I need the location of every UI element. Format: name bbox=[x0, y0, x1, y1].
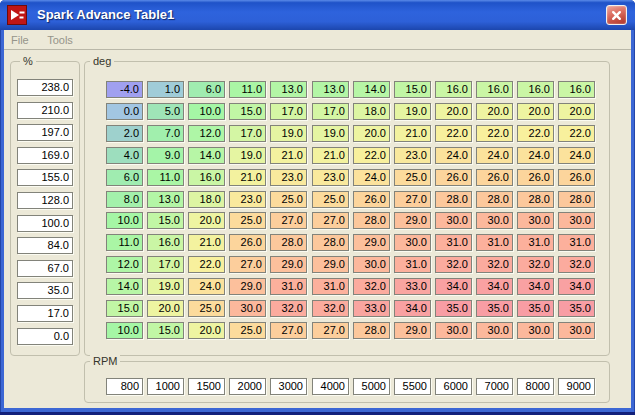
grid-cell[interactable]: 15.0 bbox=[229, 103, 266, 120]
load-field[interactable]: 128.0 bbox=[17, 192, 73, 209]
rpm-field[interactable]: 1500 bbox=[188, 378, 225, 395]
grid-cell[interactable]: 30.0 bbox=[517, 322, 554, 339]
grid-cell[interactable]: 26.0 bbox=[353, 191, 390, 208]
grid-cell[interactable]: 21.0 bbox=[188, 234, 225, 251]
rpm-field[interactable]: 5000 bbox=[353, 378, 390, 395]
grid-cell[interactable]: 28.0 bbox=[435, 191, 472, 208]
grid-cell[interactable]: 33.0 bbox=[353, 300, 390, 317]
grid-cell[interactable]: 31.0 bbox=[394, 256, 431, 273]
grid-cell[interactable]: 26.0 bbox=[435, 169, 472, 186]
grid-cell[interactable]: 30.0 bbox=[229, 300, 266, 317]
grid-cell[interactable]: 31.0 bbox=[312, 278, 349, 295]
grid-cell[interactable]: 19.0 bbox=[312, 125, 349, 142]
grid-cell[interactable]: -4.0 bbox=[106, 81, 143, 98]
grid-cell[interactable]: 17.0 bbox=[147, 256, 184, 273]
grid-cell[interactable]: 35.0 bbox=[517, 300, 554, 317]
grid-cell[interactable]: 16.0 bbox=[147, 234, 184, 251]
grid-cell[interactable]: 20.0 bbox=[147, 300, 184, 317]
rpm-field[interactable]: 7000 bbox=[476, 378, 513, 395]
grid-cell[interactable]: 16.0 bbox=[476, 81, 513, 98]
load-field[interactable]: 35.0 bbox=[17, 282, 73, 299]
grid-cell[interactable]: 1.0 bbox=[147, 81, 184, 98]
grid-cell[interactable]: 18.0 bbox=[353, 103, 390, 120]
grid-cell[interactable]: 34.0 bbox=[558, 278, 595, 295]
load-field[interactable]: 17.0 bbox=[17, 305, 73, 322]
grid-cell[interactable]: 14.0 bbox=[353, 81, 390, 98]
grid-cell[interactable]: 30.0 bbox=[353, 256, 390, 273]
grid-cell[interactable]: 8.0 bbox=[106, 191, 143, 208]
grid-cell[interactable]: 29.0 bbox=[353, 234, 390, 251]
grid-cell[interactable]: 27.0 bbox=[270, 212, 307, 229]
grid-cell[interactable]: 28.0 bbox=[312, 234, 349, 251]
grid-cell[interactable]: 32.0 bbox=[476, 256, 513, 273]
grid-cell[interactable]: 34.0 bbox=[517, 278, 554, 295]
grid-cell[interactable]: 30.0 bbox=[435, 322, 472, 339]
grid-cell[interactable]: 29.0 bbox=[312, 256, 349, 273]
grid-cell[interactable]: 19.0 bbox=[270, 125, 307, 142]
grid-cell[interactable]: 7.0 bbox=[147, 125, 184, 142]
load-field[interactable]: 197.0 bbox=[17, 124, 73, 141]
grid-cell[interactable]: 5.0 bbox=[147, 103, 184, 120]
grid-cell[interactable]: 20.0 bbox=[353, 125, 390, 142]
grid-cell[interactable]: 33.0 bbox=[394, 278, 431, 295]
grid-cell[interactable]: 16.0 bbox=[435, 81, 472, 98]
grid-cell[interactable]: 17.0 bbox=[270, 103, 307, 120]
grid-cell[interactable]: 25.0 bbox=[229, 322, 266, 339]
load-field[interactable]: 100.0 bbox=[17, 215, 73, 232]
grid-cell[interactable]: 29.0 bbox=[394, 212, 431, 229]
grid-cell[interactable]: 23.0 bbox=[270, 169, 307, 186]
grid-cell[interactable]: 19.0 bbox=[394, 103, 431, 120]
load-field[interactable]: 84.0 bbox=[17, 237, 73, 254]
grid-cell[interactable]: 22.0 bbox=[476, 125, 513, 142]
grid-cell[interactable]: 27.0 bbox=[394, 191, 431, 208]
grid-cell[interactable]: 27.0 bbox=[270, 322, 307, 339]
grid-cell[interactable]: 15.0 bbox=[394, 81, 431, 98]
rpm-field[interactable]: 800 bbox=[106, 378, 143, 395]
grid-cell[interactable]: 6.0 bbox=[106, 169, 143, 186]
grid-cell[interactable]: 20.0 bbox=[188, 212, 225, 229]
grid-cell[interactable]: 23.0 bbox=[394, 147, 431, 164]
load-field[interactable]: 169.0 bbox=[17, 147, 73, 164]
grid-cell[interactable]: 30.0 bbox=[517, 212, 554, 229]
grid-cell[interactable]: 19.0 bbox=[229, 147, 266, 164]
grid-cell[interactable]: 9.0 bbox=[147, 147, 184, 164]
grid-cell[interactable]: 28.0 bbox=[517, 191, 554, 208]
grid-cell[interactable]: 28.0 bbox=[558, 191, 595, 208]
grid-cell[interactable]: 13.0 bbox=[312, 81, 349, 98]
grid-cell[interactable]: 6.0 bbox=[188, 81, 225, 98]
grid-cell[interactable]: 19.0 bbox=[147, 278, 184, 295]
grid-cell[interactable]: 12.0 bbox=[106, 256, 143, 273]
title-bar[interactable]: Spark Advance Table1 bbox=[0, 0, 635, 30]
grid-cell[interactable]: 10.0 bbox=[106, 212, 143, 229]
app-icon[interactable] bbox=[7, 5, 27, 25]
grid-cell[interactable]: 24.0 bbox=[435, 147, 472, 164]
grid-cell[interactable]: 25.0 bbox=[270, 191, 307, 208]
grid-cell[interactable]: 16.0 bbox=[517, 81, 554, 98]
grid-cell[interactable]: 15.0 bbox=[147, 322, 184, 339]
close-button[interactable] bbox=[606, 5, 627, 25]
grid-cell[interactable]: 32.0 bbox=[353, 278, 390, 295]
grid-cell[interactable]: 28.0 bbox=[353, 212, 390, 229]
grid-cell[interactable]: 25.0 bbox=[394, 169, 431, 186]
grid-cell[interactable]: 24.0 bbox=[558, 147, 595, 164]
load-field[interactable]: 155.0 bbox=[17, 169, 73, 186]
menu-file[interactable]: File bbox=[4, 31, 36, 46]
grid-cell[interactable]: 26.0 bbox=[476, 169, 513, 186]
grid-cell[interactable]: 28.0 bbox=[353, 322, 390, 339]
grid-cell[interactable]: 32.0 bbox=[517, 256, 554, 273]
load-field[interactable]: 210.0 bbox=[17, 102, 73, 119]
grid-cell[interactable]: 21.0 bbox=[394, 125, 431, 142]
grid-cell[interactable]: 34.0 bbox=[476, 278, 513, 295]
grid-cell[interactable]: 29.0 bbox=[270, 256, 307, 273]
grid-cell[interactable]: 29.0 bbox=[229, 278, 266, 295]
grid-cell[interactable]: 35.0 bbox=[476, 300, 513, 317]
grid-cell[interactable]: 26.0 bbox=[517, 169, 554, 186]
grid-cell[interactable]: 30.0 bbox=[558, 322, 595, 339]
grid-cell[interactable]: 22.0 bbox=[188, 256, 225, 273]
grid-cell[interactable]: 22.0 bbox=[353, 147, 390, 164]
grid-cell[interactable]: 28.0 bbox=[270, 234, 307, 251]
rpm-field[interactable]: 1000 bbox=[147, 378, 184, 395]
grid-cell[interactable]: 11.0 bbox=[106, 234, 143, 251]
grid-cell[interactable]: 32.0 bbox=[270, 300, 307, 317]
grid-cell[interactable]: 35.0 bbox=[558, 300, 595, 317]
